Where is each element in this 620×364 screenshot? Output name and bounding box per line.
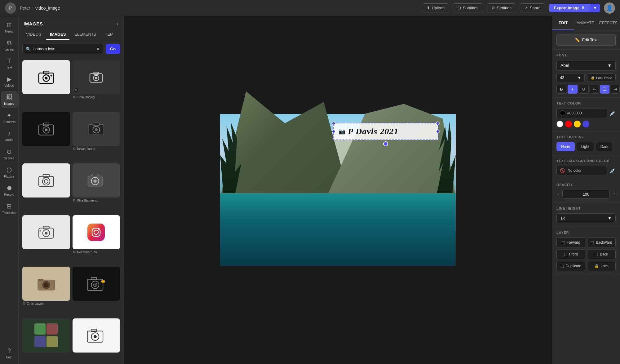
font-selector[interactable]: Abel ▼: [556, 60, 616, 71]
underline-button[interactable]: U: [579, 85, 589, 94]
outline-dark-button[interactable]: Dark: [596, 142, 613, 151]
back-button[interactable]: ⬚ Back: [587, 249, 616, 259]
tab-elements[interactable]: ELEMENTS: [71, 29, 100, 40]
export-icon: ⬆: [581, 6, 585, 10]
sidebar-item-videos[interactable]: ▶ Videos: [1, 73, 18, 90]
list-item[interactable]: [22, 112, 70, 161]
tab-videos[interactable]: VIDEOS: [22, 29, 45, 40]
eyedropper-button[interactable]: 💉: [609, 110, 616, 116]
lock-button[interactable]: 🔒 Lock: [587, 261, 616, 271]
panel-close-button[interactable]: ‹: [117, 20, 119, 27]
text-outline-label: TEXT OUTLINE: [556, 135, 616, 139]
svg-point-20: [44, 180, 48, 183]
svg-rect-28: [43, 226, 49, 229]
main-area: ⊞ Media ⧉ Layers T Text ▶ Videos 🖼 Image…: [0, 16, 620, 364]
bold-button[interactable]: B: [556, 85, 566, 94]
right-panel: EDIT ANIMATE EFFECTS ✏️ Edit Text FONT A…: [552, 16, 620, 364]
list-item[interactable]: [22, 318, 70, 362]
sidebar-item-record[interactable]: ⏺ Record: [1, 182, 18, 199]
svg-rect-16: [93, 123, 100, 125]
sidebar-item-layers[interactable]: ⧉ Layers: [1, 37, 18, 54]
sidebar-item-plugins[interactable]: ⬡ Plugins: [1, 164, 18, 181]
breadcrumb-sep: ›: [32, 6, 33, 11]
camera-icon-4: SECURITY: [88, 120, 105, 137]
list-item[interactable]: © Mika Baumeis...: [73, 163, 120, 213]
backward-button[interactable]: ⬚ Backward: [587, 237, 616, 247]
sidebar-item-help[interactable]: ? Help: [1, 345, 18, 362]
export-main-button[interactable]: Export Image ⬆: [549, 4, 590, 12]
preset-white[interactable]: [556, 121, 563, 127]
breadcrumb-user[interactable]: Peter: [20, 6, 30, 11]
sidebar-item-audio[interactable]: ♪ Audio: [1, 127, 18, 144]
text-overlay[interactable]: 📷 P Davis 2021: [333, 123, 438, 140]
line-height-selector[interactable]: 1x ▼: [556, 213, 616, 223]
svg-rect-43: [101, 280, 105, 282]
share-button[interactable]: ↗ Share: [520, 3, 545, 12]
search-clear-button[interactable]: ✕: [96, 47, 100, 51]
svg-rect-34: [38, 279, 43, 281]
handle-mid-right[interactable]: [436, 130, 440, 133]
list-item[interactable]: © © Clem Onojeg...: [73, 60, 120, 109]
line-height-dropdown-icon: ▼: [608, 216, 612, 220]
breadcrumb-project[interactable]: video_image: [35, 6, 60, 11]
lock-ratio-button[interactable]: 🔒 Lock Ratio: [587, 73, 616, 82]
forward-button[interactable]: ⬚ Forward: [556, 237, 585, 247]
user-avatar[interactable]: 👤: [604, 2, 615, 14]
list-item[interactable]: © Chris Lawton: [22, 267, 70, 316]
tab-effects[interactable]: EFFECTS: [597, 16, 620, 30]
align-center-button[interactable]: ☰: [600, 85, 609, 94]
list-item[interactable]: [22, 163, 70, 213]
handle-mid-left[interactable]: [332, 130, 335, 133]
tab-images[interactable]: IMAGES: [46, 29, 69, 40]
align-left-button[interactable]: ⇤: [590, 85, 599, 94]
sidebar-item-elements[interactable]: ✦ Elements: [1, 109, 18, 126]
list-item[interactable]: [73, 318, 120, 362]
sidebar-item-templates[interactable]: ⊟ Templates: [1, 200, 18, 217]
opacity-decrease-button[interactable]: −: [556, 191, 560, 198]
no-color-button[interactable]: 🚫 No color: [556, 166, 607, 175]
opacity-increase-button[interactable]: +: [612, 191, 616, 198]
color-row: #000000 💉: [556, 108, 616, 118]
outline-light-button[interactable]: Light: [577, 142, 594, 151]
list-item[interactable]: [22, 215, 70, 264]
bg-eyedropper-button[interactable]: 💉: [609, 168, 616, 174]
list-item[interactable]: [73, 267, 120, 316]
handle-rotate[interactable]: [383, 141, 388, 146]
sidebar-item-media[interactable]: ⊞ Media: [1, 19, 18, 36]
subtitles-button[interactable]: ⊟ Subtitles: [453, 3, 483, 12]
tab-animate[interactable]: ANIMATE: [574, 16, 597, 30]
tab-edit[interactable]: EDIT: [552, 16, 574, 30]
templates-icon: ⊟: [7, 202, 12, 210]
preset-blue[interactable]: [582, 121, 589, 127]
search-go-button[interactable]: Go: [106, 44, 120, 54]
settings-button[interactable]: ⚙ Settings: [487, 3, 516, 12]
list-item[interactable]: SECURITY © Tobias Tullius: [73, 112, 120, 161]
handle-top-left[interactable]: [332, 122, 335, 125]
list-item[interactable]: © Alexander Sha...: [73, 215, 120, 264]
preset-yellow[interactable]: [574, 121, 581, 127]
outline-none-button[interactable]: None: [556, 142, 575, 151]
camera-icon-5: [37, 171, 55, 190]
duplicate-button[interactable]: ⬚ Duplicate: [556, 261, 585, 271]
export-caret-button[interactable]: ▼: [590, 4, 600, 12]
align-right-button[interactable]: ⇥: [611, 85, 620, 94]
list-item[interactable]: [22, 60, 70, 109]
edit-text-button[interactable]: ✏️ Edit Text: [556, 34, 616, 46]
search-input[interactable]: [33, 44, 94, 54]
handle-top-right[interactable]: [436, 122, 440, 125]
sidebar-item-scenes[interactable]: ⊙ Scenes: [1, 145, 18, 162]
color-swatch-button[interactable]: #000000: [556, 108, 607, 118]
sidebar-item-text[interactable]: T Text: [1, 55, 18, 72]
topnav: P Peter › video_image ⬆ Upload ⊟ Subtitl…: [0, 0, 620, 16]
font-size-selector[interactable]: 43 ▼: [556, 73, 585, 82]
preset-red[interactable]: [565, 121, 572, 127]
back-icon: ⬚: [595, 252, 598, 256]
opacity-value: 100: [562, 190, 610, 199]
tab-templates[interactable]: TEM: [101, 29, 117, 40]
italic-button[interactable]: I: [568, 85, 578, 94]
camera-icon-6: [87, 171, 105, 190]
front-button[interactable]: ⬚ Front: [556, 249, 585, 259]
upload-button[interactable]: ⬆ Upload: [422, 3, 449, 12]
sidebar-item-images[interactable]: 🖼 Images: [1, 91, 18, 108]
sidebar-label-scenes: Scenes: [4, 157, 14, 160]
